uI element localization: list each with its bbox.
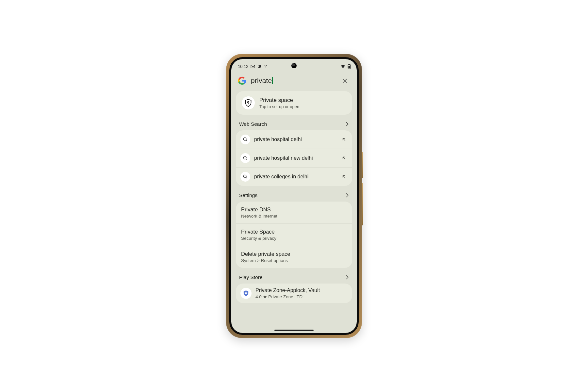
status-right: [340, 64, 351, 69]
settings-row-title: Delete private space: [241, 251, 347, 257]
settings-results: Private DNS Network & internet Private S…: [236, 202, 352, 268]
clear-search-button[interactable]: [340, 76, 350, 85]
arrow-insert-icon: [342, 156, 346, 160]
web-suggestion-label: private hospital delhi: [254, 137, 336, 142]
text-caret: [272, 77, 273, 84]
web-search-section-header[interactable]: Web Search: [236, 115, 352, 130]
chevron-right-icon: [346, 193, 349, 198]
search-icon: [240, 153, 250, 163]
settings-result-row[interactable]: Private DNS Network & internet: [236, 202, 352, 223]
front-camera: [291, 63, 297, 68]
play-store-header-label: Play Store: [239, 274, 263, 280]
private-space-card[interactable]: Private space Tap to set up or open: [236, 91, 352, 115]
settings-section-header[interactable]: Settings: [236, 186, 352, 202]
close-icon: [342, 78, 348, 84]
web-suggestion-row[interactable]: private hospital delhi: [236, 130, 352, 149]
dots-status-icon: [264, 64, 268, 69]
svg-rect-5: [348, 66, 350, 68]
svg-point-2: [265, 67, 266, 67]
status-time: 10:12: [238, 64, 249, 69]
settings-row-subtitle: Network & internet: [241, 214, 347, 219]
search-query-text: private: [251, 77, 272, 84]
settings-row-subtitle: Security & privacy: [241, 236, 347, 241]
arrow-insert-icon: [342, 137, 346, 142]
svg-point-1: [266, 65, 266, 66]
play-store-section-header[interactable]: Play Store: [236, 268, 352, 284]
web-suggestion-label: private colleges in delhi: [254, 174, 336, 180]
wifi-icon: [340, 64, 346, 69]
phone-frame: 10:12: [226, 54, 362, 338]
search-input[interactable]: private: [251, 77, 336, 85]
insert-suggestion-button[interactable]: [340, 136, 348, 143]
chevron-right-icon: [346, 122, 349, 126]
web-suggestion-row[interactable]: private hospital new delhi: [236, 149, 352, 167]
settings-result-row[interactable]: Private Space Security & privacy: [236, 223, 352, 246]
gesture-nav-handle[interactable]: [274, 330, 314, 331]
play-result-title: Private Zone-Applock, Vault: [255, 287, 320, 293]
search-icon: [240, 172, 250, 182]
svg-rect-4: [349, 64, 350, 65]
settings-row-subtitle: System > Reset options: [241, 258, 347, 263]
private-space-shield-icon: [242, 96, 255, 109]
web-search-suggestions: private hospital delhi private hospital …: [236, 130, 352, 186]
svg-point-10: [245, 292, 247, 294]
settings-result-row[interactable]: Delete private space System > Reset opti…: [236, 246, 352, 268]
chevron-right-icon: [346, 275, 349, 280]
app-icon: [240, 288, 252, 299]
private-space-subtitle: Tap to set up or open: [259, 104, 299, 109]
private-space-title: Private space: [259, 97, 299, 104]
web-suggestion-row[interactable]: private colleges in delhi: [236, 167, 352, 186]
circle-status-icon: [257, 64, 262, 69]
web-search-header-label: Web Search: [239, 121, 267, 127]
settings-row-title: Private Space: [241, 229, 347, 235]
battery-icon: [348, 64, 351, 69]
status-left: 10:12: [238, 64, 268, 69]
settings-row-title: Private DNS: [241, 206, 347, 213]
settings-header-label: Settings: [239, 192, 257, 198]
play-store-result[interactable]: Private Zone-Applock, Vault 4.0 ★ Privat…: [236, 284, 352, 303]
search-icon: [240, 135, 250, 144]
insert-suggestion-button[interactable]: [340, 155, 348, 162]
insert-suggestion-button[interactable]: [340, 173, 348, 180]
google-logo-icon: [238, 76, 246, 85]
play-result-subtitle: 4.0 ★ Private Zone LTD: [255, 294, 320, 299]
web-suggestion-label: private hospital new delhi: [254, 155, 336, 161]
search-header: private: [231, 72, 357, 91]
phone-screen: 10:12: [231, 59, 357, 333]
phone-bezel: 10:12: [229, 57, 359, 335]
arrow-insert-icon: [342, 174, 346, 179]
svg-point-0: [264, 65, 265, 66]
gmail-icon: [251, 64, 255, 69]
